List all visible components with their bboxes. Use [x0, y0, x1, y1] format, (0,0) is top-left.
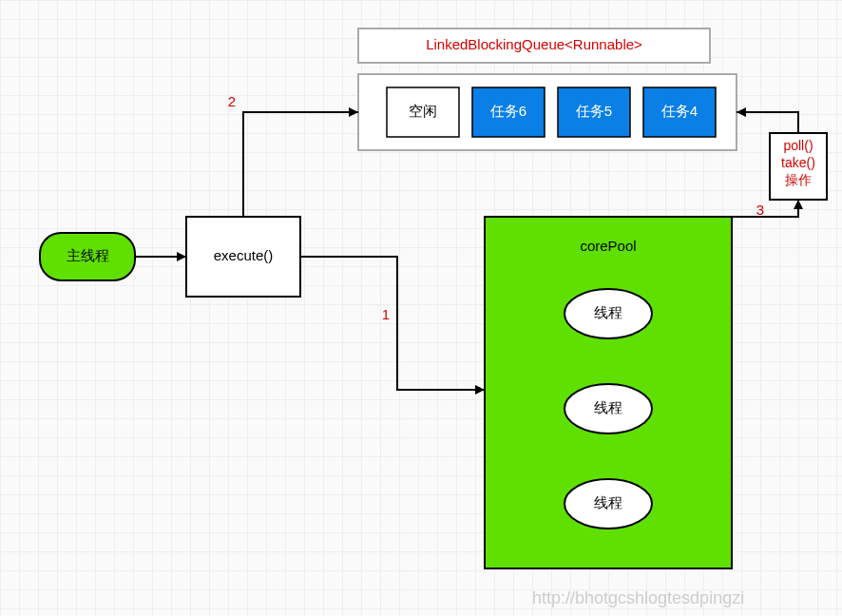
queue-title: LinkedBlockingQueue<Runnable> — [426, 36, 642, 52]
edge-label-3: 3 — [756, 202, 764, 218]
queue-slot-idle: 空闲 — [387, 87, 459, 137]
thread-label: 线程 — [594, 494, 622, 510]
main-thread: 主线程 — [40, 233, 135, 280]
thread-ellipse: 线程 — [565, 384, 652, 433]
edge-corepool-poll — [732, 200, 798, 217]
execute-label: execute() — [214, 247, 274, 263]
poll-line: 操作 — [785, 172, 812, 187]
thread-ellipse: 线程 — [565, 479, 652, 529]
queue-slot-task: 任务6 — [472, 87, 545, 137]
queue-title-box: LinkedBlockingQueue<Runnable> — [358, 29, 710, 63]
corepool-box: corePool 线程 线程 线程 — [485, 217, 732, 568]
main-thread-label: 主线程 — [67, 247, 109, 263]
edge-label-2: 2 — [228, 93, 236, 109]
queue-container: 空闲 任务6 任务5 任务4 — [358, 74, 737, 150]
poll-box: poll() take() 操作 — [770, 133, 827, 200]
edge-label-1: 1 — [382, 306, 390, 322]
watermark: http://bhotgcshlogtesdpingzi — [532, 588, 744, 607]
thread-label: 线程 — [594, 304, 622, 320]
queue-slot-label: 任务6 — [489, 103, 526, 119]
thread-label: 线程 — [594, 399, 622, 415]
edge-execute-corepool — [300, 257, 485, 390]
edge-poll-queue — [737, 112, 798, 133]
execute-box: execute() — [186, 217, 300, 297]
edge-execute-queue — [243, 112, 358, 217]
queue-slot-label: 任务4 — [660, 103, 698, 119]
queue-slot-task: 任务4 — [643, 87, 716, 137]
queue-slot-label: 空闲 — [409, 103, 437, 119]
thread-ellipse: 线程 — [565, 289, 652, 338]
poll-line: poll() — [783, 138, 813, 153]
queue-slot-task: 任务5 — [558, 87, 630, 137]
poll-line: take() — [781, 155, 815, 170]
corepool-title: corePool — [580, 238, 636, 254]
queue-slot-label: 任务5 — [575, 103, 612, 119]
